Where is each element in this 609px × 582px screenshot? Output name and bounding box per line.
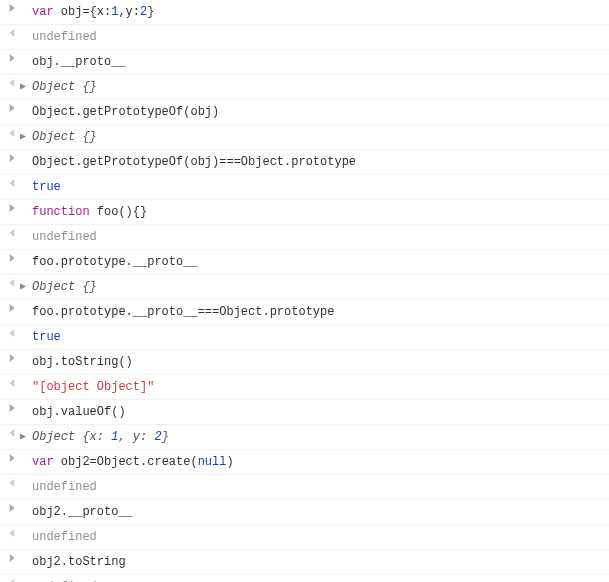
console-input-row: obj.__proto__ xyxy=(0,50,609,75)
input-code: foo.prototype.__proto__===Object.prototy… xyxy=(32,303,605,321)
output-value: true xyxy=(32,328,605,346)
output-value: Object {} xyxy=(32,128,605,146)
input-code: function foo(){} xyxy=(32,203,605,221)
output-value: undefined xyxy=(32,28,605,46)
console-input-row: foo.prototype.__proto__===Object.prototy… xyxy=(0,300,609,325)
input-indicator-icon xyxy=(4,303,20,313)
input-indicator-icon xyxy=(4,353,20,363)
console-input-row: var obj={x:1,y:2} xyxy=(0,0,609,25)
input-code: Object.getPrototypeOf(obj) xyxy=(32,103,605,121)
input-indicator-icon xyxy=(4,253,20,263)
console-output-row: undefined xyxy=(0,525,609,550)
output-indicator-icon xyxy=(4,528,20,538)
console-output-row: "[object Object]" xyxy=(0,375,609,400)
console-input-row: var obj2=Object.create(null) xyxy=(0,450,609,475)
input-code: obj.toString() xyxy=(32,353,605,371)
console-output-row: undefined xyxy=(0,575,609,582)
input-indicator-icon xyxy=(4,3,20,13)
input-code: Object.getPrototypeOf(obj)===Object.prot… xyxy=(32,153,605,171)
console-output-row: true xyxy=(0,175,609,200)
input-indicator-icon xyxy=(4,203,20,213)
output-value: undefined xyxy=(32,228,605,246)
output-value: undefined xyxy=(32,478,605,496)
input-code: foo.prototype.__proto__ xyxy=(32,253,605,271)
expand-object-icon[interactable]: ▶ xyxy=(20,128,32,146)
output-indicator-icon xyxy=(4,78,20,88)
console-log: var obj={x:1,y:2}undefinedobj.__proto__▶… xyxy=(0,0,609,582)
input-code: obj.__proto__ xyxy=(32,53,605,71)
output-indicator-icon xyxy=(4,278,20,288)
console-output-row: true xyxy=(0,325,609,350)
expand-object-icon[interactable]: ▶ xyxy=(20,78,32,96)
input-indicator-icon xyxy=(4,403,20,413)
output-indicator-icon xyxy=(4,228,20,238)
console-input-row: obj2.__proto__ xyxy=(0,500,609,525)
output-indicator-icon xyxy=(4,378,20,388)
output-value: Object {} xyxy=(32,78,605,96)
output-value: "[object Object]" xyxy=(32,378,605,396)
output-indicator-icon xyxy=(4,428,20,438)
expand-object-icon[interactable]: ▶ xyxy=(20,278,32,296)
console-input-row: function foo(){} xyxy=(0,200,609,225)
console-input-row: obj.toString() xyxy=(0,350,609,375)
console-output-row: ▶Object {} xyxy=(0,275,609,300)
input-code: obj.valueOf() xyxy=(32,403,605,421)
console-output-row: ▶Object {} xyxy=(0,125,609,150)
output-indicator-icon xyxy=(4,578,20,582)
output-value: undefined xyxy=(32,528,605,546)
input-indicator-icon xyxy=(4,553,20,563)
input-code: var obj={x:1,y:2} xyxy=(32,3,605,21)
console-input-row: obj.valueOf() xyxy=(0,400,609,425)
console-output-row: undefined xyxy=(0,475,609,500)
output-indicator-icon xyxy=(4,478,20,488)
output-indicator-icon xyxy=(4,178,20,188)
input-indicator-icon xyxy=(4,53,20,63)
console-output-row: undefined xyxy=(0,225,609,250)
output-value: Object {} xyxy=(32,278,605,296)
console-input-row: Object.getPrototypeOf(obj)===Object.prot… xyxy=(0,150,609,175)
output-indicator-icon xyxy=(4,128,20,138)
input-code: var obj2=Object.create(null) xyxy=(32,453,605,471)
output-value: true xyxy=(32,178,605,196)
console-output-row: ▶Object {x: 1, y: 2} xyxy=(0,425,609,450)
console-output-row: ▶Object {} xyxy=(0,75,609,100)
console-input-row: foo.prototype.__proto__ xyxy=(0,250,609,275)
console-input-row: Object.getPrototypeOf(obj) xyxy=(0,100,609,125)
input-code: obj2.__proto__ xyxy=(32,503,605,521)
output-value: Object {x: 1, y: 2} xyxy=(32,428,605,446)
console-output-row: undefined xyxy=(0,25,609,50)
input-indicator-icon xyxy=(4,453,20,463)
output-indicator-icon xyxy=(4,28,20,38)
input-indicator-icon xyxy=(4,103,20,113)
input-indicator-icon xyxy=(4,153,20,163)
input-code: obj2.toString xyxy=(32,553,605,571)
input-indicator-icon xyxy=(4,503,20,513)
output-value: undefined xyxy=(32,578,605,582)
output-indicator-icon xyxy=(4,328,20,338)
expand-object-icon[interactable]: ▶ xyxy=(20,428,32,446)
console-input-row: obj2.toString xyxy=(0,550,609,575)
